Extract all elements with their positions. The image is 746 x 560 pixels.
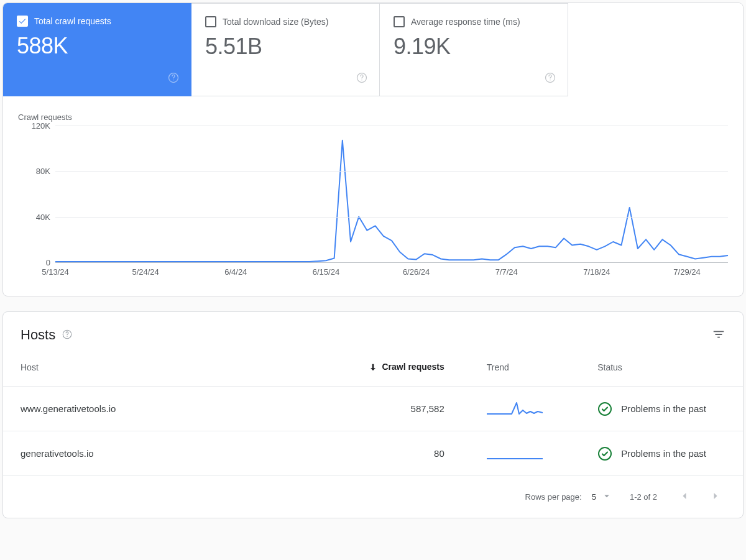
hosts-title: Hosts [21, 327, 55, 343]
y-tick-label: 80K [36, 167, 50, 176]
requests-cell: 80 [343, 431, 461, 476]
rows-per-page-select[interactable]: 5 [592, 490, 612, 503]
pagination-range: 1-2 of 2 [630, 492, 657, 502]
metric-label: Average response time (ms) [411, 17, 520, 27]
metric-label: Total crawl requests [34, 16, 111, 26]
sparkline-icon [487, 399, 543, 416]
checkbox-unchecked-icon [205, 16, 216, 27]
checkbox-checked-icon [17, 16, 28, 27]
requests-cell: 587,582 [343, 387, 461, 431]
svg-point-7 [67, 336, 68, 336]
prev-page-button[interactable] [675, 486, 694, 508]
trend-cell [462, 431, 580, 476]
x-tick-label: 6/4/24 [224, 267, 247, 277]
checkbox-unchecked-icon [394, 16, 405, 27]
svg-point-1 [173, 80, 173, 80]
col-status[interactable]: Status [580, 348, 743, 387]
x-tick-label: 6/26/24 [403, 267, 430, 277]
x-tick-label: 6/15/24 [313, 267, 339, 277]
hosts-card: Hosts Host Crawl requests Trend [2, 311, 744, 518]
y-tick-label: 120K [32, 121, 50, 131]
table-row[interactable]: www.generativetools.io587,582Problems in… [3, 387, 743, 431]
metric-value: 5.51B [205, 34, 366, 60]
status-cell: Problems in the past [580, 387, 743, 431]
check-circle-icon [597, 446, 612, 461]
svg-point-5 [550, 80, 550, 80]
x-tick-label: 7/18/24 [583, 267, 610, 277]
y-tick-label: 40K [36, 212, 50, 221]
help-icon[interactable] [62, 329, 73, 342]
status-text: Problems in the past [621, 448, 706, 459]
crawl-stats-card: Total crawl requests 588K Total download… [2, 2, 744, 296]
y-tick-label: 0 [46, 258, 50, 267]
svg-point-3 [361, 80, 362, 80]
hosts-table: Host Crawl requests Trend Status www.gen… [3, 348, 743, 475]
trend-cell [462, 387, 580, 431]
sparkline-icon [487, 444, 543, 461]
metric-label: Total download size (Bytes) [223, 17, 328, 27]
x-tick-label: 5/24/24 [132, 267, 159, 277]
table-footer: Rows per page: 5 1-2 of 2 [3, 475, 743, 518]
chart-title: Crawl requests [18, 112, 728, 122]
x-tick-label: 7/29/24 [673, 267, 700, 277]
metric-value: 9.19K [394, 34, 554, 60]
x-tick-label: 5/13/24 [42, 267, 68, 277]
host-cell: www.generativetools.io [3, 387, 343, 431]
sort-desc-icon [368, 362, 378, 372]
metric-tile-total-download-size[interactable]: Total download size (Bytes) 5.51B [191, 3, 380, 96]
check-circle-icon [597, 402, 612, 416]
next-page-button[interactable] [706, 486, 725, 508]
host-cell: generativetools.io [3, 431, 343, 476]
metric-tile-total-crawl-requests[interactable]: Total crawl requests 588K [3, 3, 191, 96]
filter-icon[interactable] [712, 328, 725, 343]
chevron-down-icon [601, 490, 612, 503]
col-host[interactable]: Host [3, 348, 343, 387]
metric-tiles: Total crawl requests 588K Total download… [3, 3, 743, 96]
chart: Crawl requests 040K80K120K 5/13/245/24/2… [3, 96, 743, 296]
help-icon[interactable] [356, 71, 368, 86]
metric-tile-average-response-time[interactable]: Average response time (ms) 9.19K [380, 3, 568, 96]
status-text: Problems in the past [621, 403, 706, 414]
rows-per-page-label: Rows per page: [525, 492, 582, 502]
help-icon[interactable] [544, 71, 556, 86]
help-icon[interactable] [167, 71, 180, 86]
status-cell: Problems in the past [580, 431, 743, 476]
col-crawl-requests[interactable]: Crawl requests [343, 348, 461, 387]
table-row[interactable]: generativetools.io80Problems in the past [3, 431, 743, 476]
metric-value: 588K [17, 33, 177, 59]
x-tick-label: 7/7/24 [495, 267, 518, 277]
col-trend[interactable]: Trend [462, 348, 580, 387]
